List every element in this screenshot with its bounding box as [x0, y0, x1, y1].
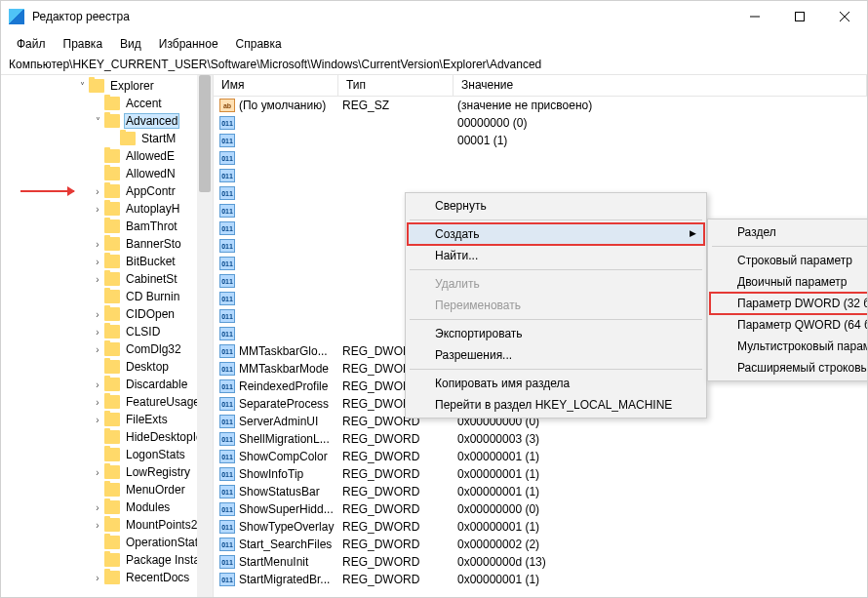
tree-twisty-icon[interactable]: ›: [91, 309, 104, 320]
scrollbar-thumb[interactable]: [199, 75, 211, 192]
value-row[interactable]: 01100001 (1): [214, 132, 867, 149]
value-row[interactable]: 01100000000 (0): [214, 114, 867, 132]
column-name[interactable]: Имя: [214, 75, 338, 96]
tree-node[interactable]: OperationStat: [1, 534, 213, 551]
tree-twisty-icon[interactable]: ›: [91, 415, 104, 425]
value-name: ShowSuperHidd...: [239, 502, 340, 516]
context-submenu-new: РазделСтроковый параметрДвоичный парамет…: [707, 219, 868, 381]
tree-node[interactable]: ›LowRegistry: [1, 463, 213, 481]
folder-icon: [104, 149, 120, 163]
menu-item[interactable]: Мультистроковый параметр: [710, 336, 868, 357]
tree-twisty-icon[interactable]: ›: [91, 239, 104, 250]
value-row[interactable]: 011ShowSuperHidd...REG_DWORD0x00000000 (…: [214, 500, 867, 518]
menu-item[interactable]: Параметр DWORD (32 бита)↖: [710, 293, 868, 314]
tree-twisty-icon[interactable]: ›: [91, 397, 104, 408]
tree-node[interactable]: CD Burnin: [1, 288, 213, 305]
value-row[interactable]: 011: [214, 149, 867, 167]
menu-избранное[interactable]: Избранное: [151, 35, 226, 53]
tree-node[interactable]: ›BitBucket: [1, 253, 213, 270]
tree-twisty-icon[interactable]: ›: [91, 327, 104, 338]
menu-item[interactable]: Параметр QWORD (64 бита): [710, 314, 868, 336]
menu-item[interactable]: Создать▶: [408, 223, 704, 245]
value-row[interactable]: 011ShowInfoTipREG_DWORD0x00000001 (1): [214, 465, 867, 483]
close-button[interactable]: [822, 1, 867, 32]
menu-справка[interactable]: Справка: [228, 35, 290, 53]
tree-node[interactable]: Package Instal: [1, 551, 213, 569]
column-value[interactable]: Значение: [454, 75, 867, 96]
folder-icon: [104, 448, 120, 461]
tree-node[interactable]: ›CLSID: [1, 323, 213, 340]
menu-item[interactable]: Раздел: [710, 221, 868, 243]
tree-node[interactable]: AllowedN: [1, 165, 213, 182]
value-data: 0x00000001 (1): [455, 450, 867, 463]
tree-scrollbar[interactable]: [197, 75, 213, 597]
tree-twisty-icon[interactable]: ›: [91, 502, 104, 513]
tree-node[interactable]: StartM: [1, 130, 213, 147]
tree-node[interactable]: LogonStats: [1, 446, 213, 463]
tree-node[interactable]: HideDesktopIc: [1, 428, 213, 446]
tree-node[interactable]: ›FileExts: [1, 411, 213, 428]
value-row[interactable]: 011ShowCompColorREG_DWORD0x00000001 (1): [214, 448, 867, 465]
menu-item[interactable]: Разрешения...: [408, 344, 704, 366]
tree-label: Discardable: [124, 378, 189, 391]
tree-node[interactable]: ›ComDlg32: [1, 340, 213, 358]
tree-node[interactable]: ›CIDOpen: [1, 305, 213, 323]
tree-twisty-icon[interactable]: ›: [91, 257, 104, 267]
tree-node[interactable]: ›RecentDocs: [1, 569, 213, 586]
tree-node[interactable]: ›MountPoints2: [1, 516, 213, 534]
tree-twisty-icon[interactable]: ›: [91, 379, 104, 390]
value-data: 0x00000001 (1): [455, 467, 867, 481]
tree-twisty-icon[interactable]: ›: [91, 344, 104, 355]
tree-twisty-icon[interactable]: ›: [91, 467, 104, 478]
menu-вид[interactable]: Вид: [112, 35, 149, 53]
menu-правка[interactable]: Правка: [56, 35, 111, 53]
tree-panel: ˅ExplorerAccent˅AdvancedStartMAllowedEAl…: [1, 75, 214, 597]
tree-node[interactable]: ›BannerSto: [1, 235, 213, 253]
address-bar[interactable]: Компьютер\HKEY_CURRENT_USER\Software\Mic…: [1, 56, 867, 75]
tree-node[interactable]: ›FeatureUsage: [1, 393, 213, 411]
tree-twisty-icon[interactable]: ›: [91, 204, 104, 215]
menu-item[interactable]: Экспортировать: [408, 323, 704, 344]
menu-item[interactable]: Перейти в раздел HKEY_LOCAL_MACHINE: [408, 394, 704, 416]
tree-node[interactable]: ›CabinetSt: [1, 270, 213, 288]
tree-twisty-icon[interactable]: ˅: [75, 81, 89, 92]
value-name: ServerAdminUI: [239, 415, 340, 428]
tree-node[interactable]: Accent: [1, 95, 213, 112]
tree-node[interactable]: ˅Advanced: [1, 112, 213, 130]
tree-node[interactable]: BamThrot: [1, 218, 213, 235]
value-row[interactable]: 011ShowTypeOverlayREG_DWORD0x00000001 (1…: [214, 518, 867, 536]
reg-binary-icon: 011: [219, 274, 235, 288]
tree-node[interactable]: ›AutoplayH: [1, 200, 213, 218]
menu-файл[interactable]: Файл: [9, 35, 54, 53]
tree-twisty-icon[interactable]: ˅: [91, 116, 104, 127]
tree-node[interactable]: ˅Explorer: [1, 77, 213, 95]
menu-item[interactable]: Двоичный параметр: [710, 271, 868, 293]
value-row[interactable]: 011StartMenuInitREG_DWORD0x0000000d (13): [214, 553, 867, 571]
menu-item[interactable]: Найти...: [408, 245, 704, 266]
tree-twisty-icon[interactable]: ›: [91, 520, 104, 531]
column-type[interactable]: Тип: [338, 75, 454, 96]
maximize-button[interactable]: [777, 1, 822, 32]
svg-rect-1: [796, 13, 805, 21]
tree-label: CLSID: [124, 325, 162, 339]
tree-node[interactable]: AllowedE: [1, 147, 213, 165]
tree-node[interactable]: Desktop: [1, 358, 213, 376]
menu-item[interactable]: Расширяемый строковый параметр: [710, 357, 868, 379]
tree-twisty-icon[interactable]: ›: [91, 186, 104, 197]
tree-node[interactable]: MenuOrder: [1, 481, 213, 498]
tree-twisty-icon[interactable]: ›: [91, 274, 104, 285]
value-row[interactable]: 011Start_SearchFilesREG_DWORD0x00000002 …: [214, 536, 867, 553]
value-row[interactable]: 011StartMigratedBr...REG_DWORD0x00000001…: [214, 571, 867, 588]
value-row[interactable]: ab(По умолчанию)REG_SZ(значение не присв…: [214, 97, 867, 114]
tree-node[interactable]: ›Modules: [1, 498, 213, 516]
value-row[interactable]: 011: [214, 167, 867, 184]
folder-icon: [104, 272, 120, 286]
menu-item[interactable]: Строковый параметр: [710, 250, 868, 271]
tree-node[interactable]: ›Discardable: [1, 376, 213, 393]
tree-twisty-icon[interactable]: ›: [91, 573, 104, 583]
menu-item[interactable]: Свернуть: [408, 195, 704, 217]
minimize-button[interactable]: [732, 1, 777, 32]
value-row[interactable]: 011ShowStatusBarREG_DWORD0x00000001 (1): [214, 483, 867, 500]
value-row[interactable]: 011ShellMigrationL...REG_DWORD0x00000003…: [214, 430, 867, 448]
menu-item[interactable]: Копировать имя раздела: [408, 373, 704, 394]
